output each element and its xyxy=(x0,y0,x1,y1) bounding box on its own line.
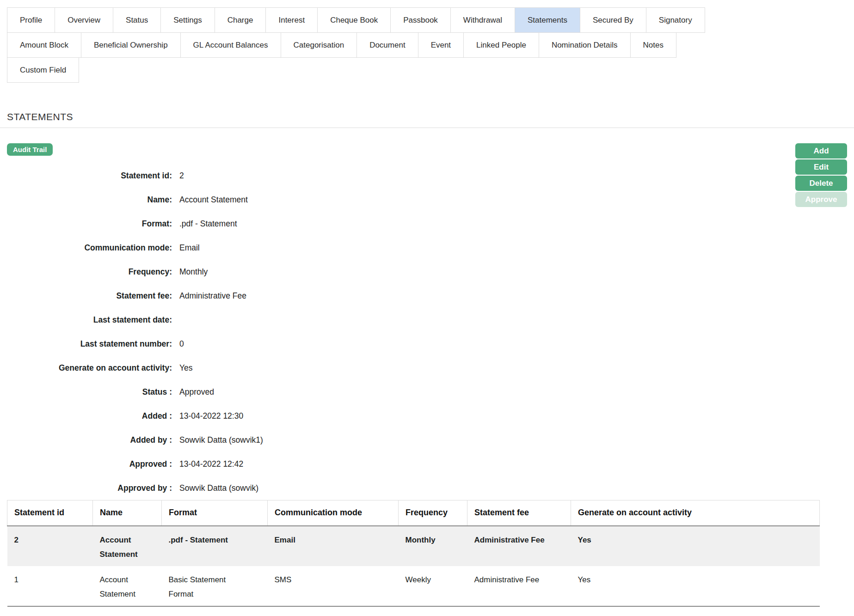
column-header-generate-on-account-activity: Generate on account activity xyxy=(571,500,820,526)
field-frequency: Frequency: Monthly xyxy=(7,260,795,284)
field-label: Approved by : xyxy=(7,483,172,493)
cell-format: Basic Statement Format xyxy=(162,566,268,606)
tab-notes[interactable]: Notes xyxy=(630,32,676,58)
field-value: 13-04-2022 12:30 xyxy=(179,411,243,421)
tab-withdrawal[interactable]: Withdrawal xyxy=(450,7,515,33)
field-generate-on-account-activity: Generate on account activity: Yes xyxy=(7,356,795,380)
field-label: Name: xyxy=(7,195,172,205)
tab-custom-field[interactable]: Custom Field xyxy=(7,57,79,83)
delete-button[interactable]: Delete xyxy=(795,176,847,191)
field-label: Frequency: xyxy=(7,267,172,277)
cell-format: .pdf - Statement xyxy=(162,526,268,566)
detail-fields: Statement id: 2 Name: Account Statement … xyxy=(7,164,795,500)
field-value: Email xyxy=(179,243,200,253)
field-format: Format: .pdf - Statement xyxy=(7,212,795,236)
page-title: STATEMENTS xyxy=(7,111,854,122)
statements-panel: Audit Trail Statement id: 2 Name: Accoun… xyxy=(0,128,854,500)
field-value: Sowvik Datta (sowvik1) xyxy=(179,435,263,445)
column-header-name: Name xyxy=(93,500,162,526)
field-last-statement-date: Last statement date: xyxy=(7,308,795,332)
field-label: Statement id: xyxy=(7,171,172,181)
tab-document[interactable]: Document xyxy=(356,32,418,58)
field-value: Yes xyxy=(179,363,193,373)
tab-passbook[interactable]: Passbook xyxy=(390,7,451,33)
tab-signatory[interactable]: Signatory xyxy=(646,7,705,33)
tab-status[interactable]: Status xyxy=(113,7,161,33)
cell-statement-id: 2 xyxy=(7,526,93,566)
column-header-frequency: Frequency xyxy=(399,500,467,526)
field-label: Generate on account activity: xyxy=(7,363,172,373)
statement-details: Audit Trail Statement id: 2 Name: Accoun… xyxy=(7,143,795,500)
cell-generate-on-account-activity: Yes xyxy=(571,526,820,566)
tab-settings[interactable]: Settings xyxy=(160,7,215,33)
tab-row-2: Amount Block Beneficial Ownership GL Acc… xyxy=(7,32,847,58)
column-header-format: Format xyxy=(162,500,268,526)
field-value: Monthly xyxy=(179,267,208,277)
field-statement-id: Statement id: 2 xyxy=(7,164,795,188)
cell-frequency: Weekly xyxy=(399,566,467,606)
table-row-selected[interactable]: 2 Account Statement .pdf - Statement Ema… xyxy=(7,526,820,566)
field-approved-by: Approved by : Sowvik Datta (sowvik) xyxy=(7,476,795,500)
field-value: 2 xyxy=(179,171,184,181)
field-label: Added by : xyxy=(7,435,172,445)
field-approved: Approved : 13-04-2022 12:42 xyxy=(7,452,795,476)
field-label: Statement fee: xyxy=(7,291,172,301)
tab-gl-account-balances[interactable]: GL Account Balances xyxy=(180,32,281,58)
tab-statements[interactable]: Statements xyxy=(515,7,580,33)
field-added: Added : 13-04-2022 12:30 xyxy=(7,404,795,428)
field-value: Administrative Fee xyxy=(179,291,246,301)
column-header-statement-fee: Statement fee xyxy=(467,500,571,526)
tab-charge[interactable]: Charge xyxy=(215,7,266,33)
field-communication-mode: Communication mode: Email xyxy=(7,236,795,260)
field-label: Format: xyxy=(7,219,172,229)
tab-nomination-details[interactable]: Nomination Details xyxy=(539,32,631,58)
audit-trail-button[interactable]: Audit Trail xyxy=(7,143,53,156)
field-label: Communication mode: xyxy=(7,243,172,253)
cell-name: Account Statement xyxy=(93,526,162,566)
table-row[interactable]: 1 Account Statement Basic Statement Form… xyxy=(7,566,820,606)
tab-overview[interactable]: Overview xyxy=(55,7,113,33)
field-status: Status : Approved xyxy=(7,380,795,404)
cell-communication-mode: SMS xyxy=(268,566,399,606)
field-label: Status : xyxy=(7,387,172,397)
column-header-statement-id: Statement id xyxy=(7,500,93,526)
field-value: Approved xyxy=(179,387,214,397)
tab-categorisation[interactable]: Categorisation xyxy=(281,32,357,58)
cell-communication-mode: Email xyxy=(268,526,399,566)
column-header-communication-mode: Communication mode xyxy=(268,500,399,526)
cell-generate-on-account-activity: Yes xyxy=(571,566,820,606)
tab-linked-people[interactable]: Linked People xyxy=(463,32,539,58)
field-value: Sowvik Datta (sowvik) xyxy=(179,483,258,493)
field-value: .pdf - Statement xyxy=(179,219,237,229)
field-value: Account Statement xyxy=(179,195,248,205)
tab-event[interactable]: Event xyxy=(418,32,464,58)
tab-secured-by[interactable]: Secured By xyxy=(580,7,646,33)
field-label: Last statement number: xyxy=(7,339,172,349)
add-button[interactable]: Add xyxy=(795,143,847,159)
field-last-statement-number: Last statement number: 0 xyxy=(7,332,795,356)
tab-profile[interactable]: Profile xyxy=(7,7,55,33)
cell-statement-fee: Administrative Fee xyxy=(467,526,571,566)
tab-row-1: Profile Overview Status Settings Charge … xyxy=(7,7,847,33)
field-label: Added : xyxy=(7,411,172,421)
cell-statement-id: 1 xyxy=(7,566,93,606)
statements-table: Statement id Name Format Communication m… xyxy=(7,500,820,607)
tab-interest[interactable]: Interest xyxy=(265,7,318,33)
tab-bar: Profile Overview Status Settings Charge … xyxy=(0,0,854,83)
tab-amount-block[interactable]: Amount Block xyxy=(7,32,81,58)
cell-statement-fee: Administrative Fee xyxy=(467,566,571,606)
field-label: Last statement date: xyxy=(7,315,172,325)
approve-button[interactable]: Approve xyxy=(795,192,847,207)
tab-beneficial-ownership[interactable]: Beneficial Ownership xyxy=(81,32,181,58)
action-buttons: Add Edit Delete Approve xyxy=(795,143,847,500)
field-value: 0 xyxy=(179,339,184,349)
field-statement-fee: Statement fee: Administrative Fee xyxy=(7,284,795,308)
tab-row-3: Custom Field xyxy=(7,57,847,83)
edit-button[interactable]: Edit xyxy=(795,159,847,175)
field-name: Name: Account Statement xyxy=(7,188,795,212)
cell-name: Account Statement xyxy=(93,566,162,606)
field-label: Approved : xyxy=(7,459,172,469)
tab-cheque-book[interactable]: Cheque Book xyxy=(317,7,391,33)
cell-frequency: Monthly xyxy=(399,526,467,566)
field-added-by: Added by : Sowvik Datta (sowvik1) xyxy=(7,428,795,452)
